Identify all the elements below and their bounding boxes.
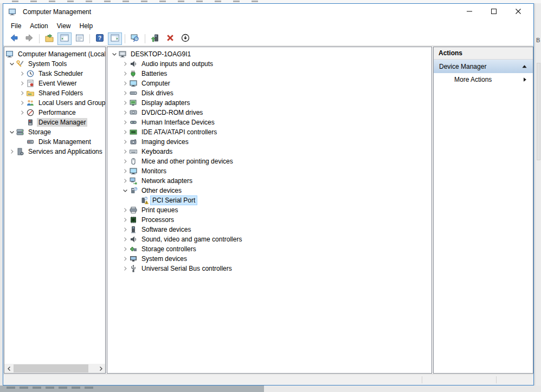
chevron-right-icon[interactable] <box>18 80 26 87</box>
sidebar-item-device-manager[interactable]: Device Manager <box>4 117 105 127</box>
sidebar-item-system-tools[interactable]: System Tools <box>4 59 105 69</box>
toolbar-forward-button[interactable] <box>22 32 36 45</box>
chevron-right-icon[interactable] <box>121 148 129 155</box>
chevron-right-icon[interactable] <box>121 265 129 272</box>
tree-item-label: Disk Management <box>37 138 93 146</box>
chevron-down-icon[interactable] <box>121 187 129 194</box>
device-item-mice-and-other-pointing-devices[interactable]: Mice and other pointing devices <box>107 156 431 166</box>
device-item-universal-serial-bus-controllers[interactable]: Universal Serial Bus controllers <box>107 264 431 273</box>
chevron-right-icon[interactable] <box>121 60 129 68</box>
tree-item-label: Disk drives <box>140 89 175 97</box>
background-text-smudge <box>7 387 93 389</box>
chevron-spacer <box>18 119 26 126</box>
sidebar-item-local-users-and-groups[interactable]: Local Users and Groups <box>4 98 105 108</box>
software-device-icon <box>129 225 138 234</box>
device-item-processors[interactable]: Processors <box>107 215 431 225</box>
menu-action[interactable]: Action <box>25 21 52 31</box>
system-device-icon <box>129 254 138 263</box>
sidebar-item-computer-management-local[interactable]: Computer Management (Local <box>4 49 105 59</box>
toolbar-back-button[interactable] <box>7 32 21 45</box>
maximize-button[interactable] <box>481 4 506 20</box>
device-item-other-devices[interactable]: ?Other devices <box>107 186 431 195</box>
chevron-right-icon[interactable] <box>121 70 129 77</box>
toolbar-scan-hardware-changes-button[interactable] <box>128 32 142 45</box>
chevron-right-icon[interactable] <box>121 119 129 126</box>
chevron-right-icon[interactable] <box>121 109 129 116</box>
collapse-icon[interactable] <box>521 64 527 69</box>
sidebar-item-storage[interactable]: Storage <box>4 127 105 137</box>
toolbar-properties-button[interactable] <box>73 32 87 45</box>
device-item-monitors[interactable]: Monitors <box>107 166 431 176</box>
chevron-right-icon[interactable] <box>121 216 129 224</box>
minimize-button[interactable] <box>457 4 481 20</box>
menu-file[interactable]: File <box>7 21 25 31</box>
chevron-right-icon[interactable] <box>121 167 129 175</box>
chevron-right-icon[interactable] <box>121 89 129 97</box>
chevron-right-icon[interactable] <box>121 99 129 107</box>
device-item-batteries[interactable]: Batteries <box>107 69 431 79</box>
device-item-print-queues[interactable]: Print queues <box>107 205 431 215</box>
scrollbar-thumb[interactable] <box>14 364 88 373</box>
chevron-right-icon[interactable] <box>121 177 129 185</box>
horizontal-scrollbar[interactable] <box>4 364 105 373</box>
toolbar-update-driver-button[interactable] <box>148 32 162 45</box>
help-icon: ? <box>95 33 105 44</box>
device-item-network-adapters[interactable]: Network adapters <box>107 176 431 186</box>
sidebar-item-event-viewer[interactable]: Event Viewer <box>4 79 105 88</box>
device-item-storage-controllers[interactable]: Storage controllers <box>107 244 431 254</box>
sidebar-item-services-and-applications[interactable]: Services and Applications <box>4 147 105 156</box>
scroll-right-button[interactable] <box>96 364 105 373</box>
menu-view[interactable]: View <box>53 21 75 31</box>
scroll-left-button[interactable] <box>4 364 14 373</box>
chevron-right-icon[interactable] <box>121 80 129 87</box>
device-item-dvd-cd-rom-drives[interactable]: DVD/CD-ROM drives <box>107 108 431 117</box>
menu-help[interactable]: Help <box>75 21 98 31</box>
sidebar-item-performance[interactable]: Performance <box>4 108 105 117</box>
device-item-sound-video-and-game-controllers[interactable]: Sound, video and game controllers <box>107 234 431 244</box>
toolbar-export-list-button[interactable] <box>42 32 56 45</box>
sidebar-item-task-scheduler[interactable]: Task Scheduler <box>4 69 105 79</box>
chevron-right-icon[interactable] <box>18 89 26 97</box>
device-item-system-devices[interactable]: System devices <box>107 254 431 264</box>
chevron-right-icon[interactable] <box>121 206 129 214</box>
chevron-right-icon[interactable] <box>18 109 26 116</box>
device-item-keyboards[interactable]: Keyboards <box>107 147 431 156</box>
chevron-right-icon[interactable] <box>18 70 26 77</box>
more-actions-item[interactable]: More Actions <box>434 73 533 86</box>
device-item-disk-drives[interactable]: Disk drives <box>107 88 431 98</box>
device-item-imaging-devices[interactable]: Imaging devices <box>107 137 431 147</box>
toolbar-show-action-pane-button[interactable] <box>108 32 122 45</box>
chevron-right-icon[interactable] <box>121 128 129 136</box>
chevron-right-icon[interactable] <box>121 138 129 146</box>
chevron-right-icon[interactable] <box>121 226 129 233</box>
device-item-desktop-1oag9i1[interactable]: DESKTOP-1OAG9I1 <box>107 49 431 59</box>
chevron-right-icon[interactable] <box>121 158 129 165</box>
tree-item-label: System devices <box>140 254 189 263</box>
device-item-computer[interactable]: Computer <box>107 79 431 88</box>
chevron-spacer <box>18 138 26 146</box>
chevron-right-icon[interactable] <box>121 236 129 243</box>
chevron-right-icon[interactable] <box>8 148 16 155</box>
chevron-right-icon[interactable] <box>18 99 26 107</box>
chevron-down-icon[interactable] <box>8 60 16 68</box>
sidebar-item-shared-folders[interactable]: Shared Folders <box>4 88 105 98</box>
chevron-down-icon[interactable] <box>111 50 118 58</box>
device-item-human-interface-devices[interactable]: Human Interface Devices <box>107 117 431 127</box>
toolbar-uninstall-button[interactable] <box>163 32 177 45</box>
toolbar-show-console-tree-button[interactable] <box>57 32 72 45</box>
sidebar-item-disk-management[interactable]: Disk Management <box>4 137 105 147</box>
chevron-right-icon[interactable] <box>121 245 129 253</box>
chevron-right-icon[interactable] <box>121 255 129 263</box>
actions-group-device-manager[interactable]: Device Manager <box>434 60 533 73</box>
close-button[interactable] <box>506 4 530 20</box>
chevron-down-icon[interactable] <box>8 128 16 136</box>
scrollbar-track[interactable] <box>14 364 96 373</box>
tree-item-label: DVD/CD-ROM drives <box>140 108 204 117</box>
device-item-pci-serial-port[interactable]: ?PCI Serial Port <box>107 195 431 205</box>
device-item-software-devices[interactable]: Software devices <box>107 225 431 234</box>
device-item-audio-inputs-and-outputs[interactable]: Audio inputs and outputs <box>107 59 431 69</box>
toolbar-help-button[interactable]: ? <box>93 32 107 45</box>
device-item-ide-ata-atapi-controllers[interactable]: IDE ATA/ATAPI controllers <box>107 127 431 137</box>
toolbar-disable-button[interactable] <box>178 32 192 45</box>
device-item-display-adapters[interactable]: Display adapters <box>107 98 431 108</box>
